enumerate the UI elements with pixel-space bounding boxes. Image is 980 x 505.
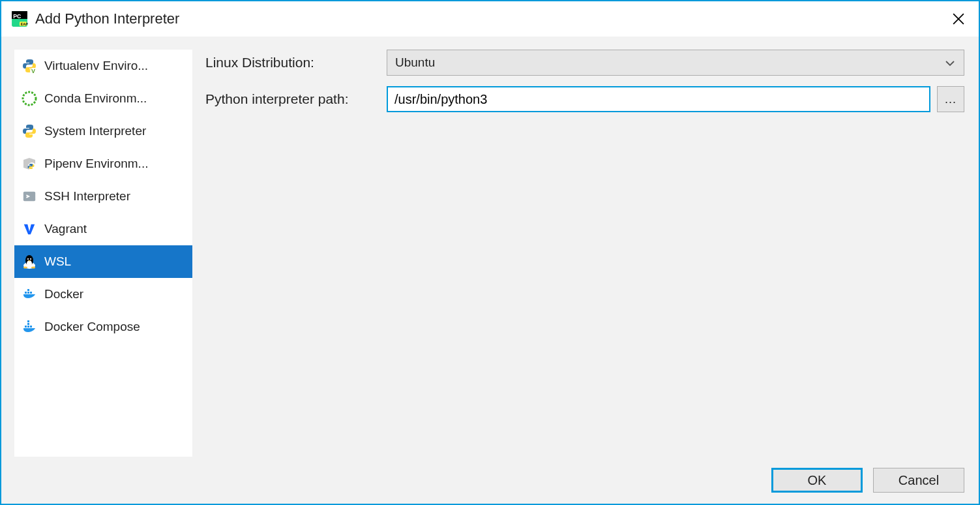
- sidebar-item-pipenv[interactable]: Pipenv Environm...: [14, 147, 192, 180]
- sidebar-item-system[interactable]: System Interpreter: [14, 115, 192, 147]
- svg-rect-25: [25, 326, 27, 328]
- dialog-body: V Virtualenv Enviro... Conda Environm...: [1, 37, 979, 457]
- dialog-footer: OK Cancel: [1, 457, 979, 504]
- sidebar-item-label: System Interpreter: [44, 124, 186, 138]
- svg-rect-26: [27, 326, 29, 328]
- tux-icon: [21, 253, 38, 270]
- conda-icon: [21, 90, 38, 107]
- sidebar-item-conda[interactable]: Conda Environm...: [14, 82, 192, 115]
- cancel-button[interactable]: Cancel: [873, 468, 964, 493]
- sidebar-item-label: SSH Interpreter: [44, 189, 186, 204]
- svg-rect-24: [27, 289, 29, 291]
- svg-point-9: [23, 92, 36, 105]
- svg-rect-29: [27, 320, 29, 322]
- svg-text:V: V: [31, 68, 35, 74]
- distribution-label: Linux Distribution:: [205, 55, 387, 70]
- interpreter-path-label: Python interpreter path:: [205, 91, 387, 107]
- svg-rect-23: [30, 292, 32, 294]
- sidebar-item-label: Vagrant: [44, 222, 186, 236]
- sidebar-item-label: Conda Environm...: [44, 91, 186, 106]
- dialog-title: Add Python Interpreter: [35, 10, 942, 27]
- sidebar-item-label: Docker: [44, 287, 186, 301]
- svg-point-18: [31, 259, 31, 260]
- sidebar-item-label: Pipenv Environm...: [44, 157, 186, 171]
- svg-text:EAP: EAP: [21, 22, 28, 26]
- main-panel: Linux Distribution: Ubuntu Python interp…: [192, 37, 979, 457]
- pycharm-icon: PC EAP: [10, 10, 29, 28]
- svg-text:PC: PC: [13, 13, 22, 20]
- sidebar-item-docker-compose[interactable]: Docker Compose: [14, 311, 192, 343]
- svg-point-20: [31, 267, 35, 269]
- docker-icon: [21, 286, 38, 303]
- python-icon: [21, 123, 38, 140]
- distribution-value: Ubuntu: [395, 55, 435, 70]
- vagrant-icon: [21, 221, 38, 237]
- sidebar-item-ssh[interactable]: SSH Interpreter: [14, 180, 192, 213]
- close-icon: [953, 13, 964, 25]
- sidebar-item-label: Virtualenv Enviro...: [44, 59, 186, 73]
- pipenv-icon: [21, 155, 38, 172]
- distribution-dropdown[interactable]: Ubuntu: [387, 50, 964, 76]
- docker-compose-icon: [21, 318, 38, 335]
- svg-point-19: [23, 267, 27, 269]
- chevron-down-icon: [945, 55, 955, 70]
- browse-button[interactable]: ...: [937, 86, 964, 112]
- interpreter-type-list: V Virtualenv Enviro... Conda Environm...: [14, 50, 192, 457]
- row-interpreter-path: Python interpreter path: ...: [205, 86, 964, 112]
- dialog-add-interpreter: PC EAP Add Python Interpreter V: [0, 0, 980, 505]
- svg-point-17: [28, 259, 29, 260]
- interpreter-path-input[interactable]: [387, 86, 930, 112]
- svg-rect-22: [27, 292, 29, 294]
- svg-rect-28: [27, 323, 29, 325]
- ok-button[interactable]: OK: [771, 468, 863, 493]
- titlebar: PC EAP Add Python Interpreter: [1, 1, 979, 37]
- sidebar-item-label: Docker Compose: [44, 320, 186, 334]
- python-icon: V: [21, 57, 38, 74]
- sidebar-item-virtualenv[interactable]: V Virtualenv Enviro...: [14, 50, 192, 82]
- ssh-icon: [21, 188, 38, 205]
- sidebar-item-docker[interactable]: Docker: [14, 278, 192, 311]
- sidebar-item-vagrant[interactable]: Vagrant: [14, 213, 192, 245]
- svg-rect-21: [25, 292, 27, 294]
- close-button[interactable]: [942, 6, 975, 32]
- sidebar-item-wsl[interactable]: WSL: [14, 245, 192, 278]
- row-distribution: Linux Distribution: Ubuntu: [205, 50, 964, 76]
- sidebar-item-label: WSL: [44, 254, 186, 269]
- svg-rect-27: [30, 326, 32, 328]
